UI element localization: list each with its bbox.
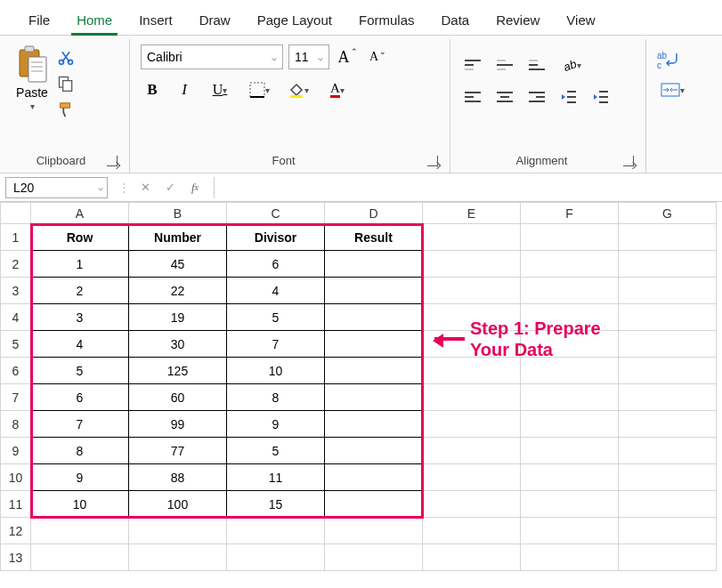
cell[interactable]: Divisor <box>227 224 325 251</box>
cell[interactable] <box>325 304 423 331</box>
cell[interactable]: 15 <box>227 491 325 518</box>
cell[interactable]: 10 <box>227 358 325 384</box>
cell[interactable] <box>31 544 129 571</box>
align-top-button[interactable] <box>461 53 484 77</box>
cell[interactable] <box>619 304 717 331</box>
cell[interactable]: 3 <box>31 304 129 331</box>
cell[interactable] <box>619 438 717 464</box>
merge-button[interactable]: ▾ <box>657 78 687 101</box>
alignment-launcher[interactable] <box>622 155 635 167</box>
cell[interactable]: Number <box>129 224 227 251</box>
borders-button[interactable]: ▾ <box>244 78 274 101</box>
name-box[interactable]: L20 ⌵ <box>5 177 108 198</box>
tab-data[interactable]: Data <box>428 7 482 35</box>
cell[interactable]: 100 <box>129 491 227 518</box>
cell[interactable] <box>325 518 423 544</box>
row-header[interactable]: 6 <box>1 358 31 384</box>
tab-page-layout[interactable]: Page Layout <box>245 7 345 35</box>
cancel-formula-button[interactable]: ✕ <box>135 178 155 197</box>
cell[interactable]: 4 <box>31 331 129 358</box>
cell[interactable]: 1 <box>31 251 129 278</box>
tab-view[interactable]: View <box>554 7 607 35</box>
grid-table[interactable]: A B C D E F G 1 Row Number Divisor Resul… <box>0 202 717 571</box>
col-header-C[interactable]: C <box>227 203 325 224</box>
cell[interactable] <box>521 224 619 251</box>
cell[interactable] <box>619 411 717 438</box>
cell[interactable] <box>423 491 521 518</box>
row-header[interactable]: 1 <box>1 224 31 251</box>
cell[interactable]: 9 <box>227 411 325 438</box>
font-size-select[interactable]: 11⌵ <box>288 44 329 69</box>
col-header-A[interactable]: A <box>31 203 129 224</box>
cell[interactable]: 30 <box>129 331 227 358</box>
cell[interactable]: 77 <box>129 438 227 464</box>
cell[interactable]: 9 <box>31 464 129 491</box>
col-header-F[interactable]: F <box>521 203 619 224</box>
copy-button[interactable] <box>55 73 77 94</box>
enter-formula-button[interactable]: ✓ <box>160 178 180 197</box>
select-all-corner[interactable] <box>1 203 31 224</box>
increase-font-button[interactable]: A⌃ <box>335 44 360 69</box>
cell[interactable] <box>521 544 619 571</box>
cell[interactable] <box>619 331 717 358</box>
cell[interactable] <box>423 251 521 278</box>
cell[interactable] <box>619 358 717 384</box>
wrap-text-button[interactable]: abc <box>657 48 680 71</box>
cell[interactable] <box>521 251 619 278</box>
tab-review[interactable]: Review <box>483 7 552 35</box>
align-bottom-button[interactable] <box>525 53 548 77</box>
font-color-button[interactable]: A ▾ <box>322 78 353 101</box>
bold-button[interactable]: B <box>141 78 164 101</box>
align-center-button[interactable] <box>493 85 516 109</box>
underline-button[interactable]: U ▾ <box>205 78 235 101</box>
row-header[interactable]: 10 <box>1 464 31 491</box>
cell[interactable] <box>31 518 129 544</box>
cell[interactable] <box>325 411 423 438</box>
italic-button[interactable]: I <box>173 78 196 101</box>
cell[interactable] <box>521 438 619 464</box>
cell[interactable] <box>619 224 717 251</box>
font-name-select[interactable]: Calibri⌵ <box>141 44 283 69</box>
cell[interactable] <box>521 518 619 544</box>
cell[interactable]: 7 <box>31 411 129 438</box>
cell[interactable] <box>423 518 521 544</box>
font-launcher[interactable] <box>426 155 439 167</box>
insert-function-button[interactable]: fx <box>185 178 205 197</box>
col-header-E[interactable]: E <box>423 203 521 224</box>
cell[interactable] <box>227 544 325 571</box>
cell[interactable]: 5 <box>227 438 325 464</box>
align-right-button[interactable] <box>525 85 548 109</box>
col-header-G[interactable]: G <box>619 203 717 224</box>
paste-button[interactable]: Paste ▾ <box>16 44 48 111</box>
cell[interactable] <box>227 518 325 544</box>
cell[interactable] <box>325 384 423 411</box>
row-header[interactable]: 11 <box>1 491 31 518</box>
cell[interactable] <box>325 331 423 358</box>
cell[interactable] <box>521 384 619 411</box>
cell[interactable] <box>619 518 717 544</box>
cell[interactable] <box>129 518 227 544</box>
row-header[interactable]: 8 <box>1 411 31 438</box>
cell[interactable] <box>619 384 717 411</box>
cell[interactable] <box>423 358 521 384</box>
cell[interactable] <box>619 278 717 304</box>
clipboard-launcher[interactable] <box>106 155 118 167</box>
tab-file[interactable]: File <box>16 7 62 35</box>
cell[interactable]: 2 <box>31 278 129 304</box>
row-header[interactable]: 5 <box>1 331 31 358</box>
cell[interactable]: 5 <box>31 358 129 384</box>
cell[interactable] <box>619 251 717 278</box>
cell[interactable] <box>325 464 423 491</box>
row-header[interactable]: 7 <box>1 384 31 411</box>
cell[interactable] <box>521 358 619 384</box>
row-header[interactable]: 12 <box>1 518 31 544</box>
formula-input[interactable] <box>214 177 722 198</box>
cell[interactable] <box>129 544 227 571</box>
col-header-B[interactable]: B <box>129 203 227 224</box>
cell[interactable] <box>423 438 521 464</box>
cell[interactable]: 6 <box>227 251 325 278</box>
cell[interactable] <box>325 544 423 571</box>
cell[interactable]: 22 <box>129 278 227 304</box>
cell[interactable] <box>423 384 521 411</box>
row-header[interactable]: 4 <box>1 304 31 331</box>
